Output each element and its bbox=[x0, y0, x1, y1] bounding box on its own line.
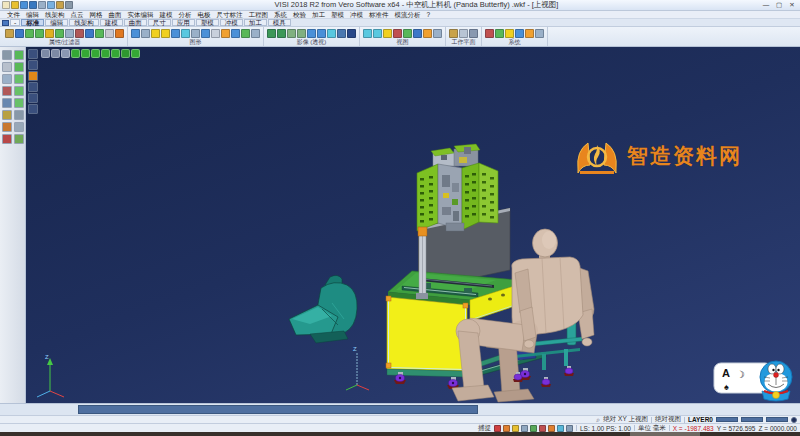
layer-visibility-icon[interactable] bbox=[41, 49, 50, 58]
palette-tool-icon[interactable] bbox=[2, 74, 12, 84]
toolbar-icon[interactable] bbox=[403, 29, 412, 38]
minimize-button[interactable]: — bbox=[760, 1, 772, 10]
quickaccess-icon[interactable] bbox=[20, 1, 28, 9]
palette-tool-icon[interactable] bbox=[14, 122, 24, 132]
quickaccess-icon[interactable] bbox=[47, 1, 55, 9]
toolbar-icon[interactable] bbox=[337, 29, 346, 38]
toolbar-icon[interactable] bbox=[383, 29, 392, 38]
toolbar-icon[interactable] bbox=[15, 29, 24, 38]
toolbar-icon[interactable] bbox=[85, 29, 94, 38]
toolbar-icon[interactable] bbox=[241, 29, 250, 38]
toolbar-overflow-button[interactable]: - bbox=[10, 19, 20, 26]
menu-item[interactable]: 分析 bbox=[176, 11, 195, 19]
toolbar-icon[interactable] bbox=[231, 29, 240, 38]
layer-visibility-icon[interactable] bbox=[121, 49, 130, 58]
ribbon-tab[interactable]: 标准 bbox=[21, 19, 44, 26]
toolbar-icon[interactable] bbox=[495, 29, 504, 38]
palette-tool-icon[interactable] bbox=[14, 134, 24, 144]
menu-item[interactable]: 校验 bbox=[290, 11, 309, 19]
menu-item[interactable]: 塑模 bbox=[328, 11, 347, 19]
layer-visibility-icon[interactable] bbox=[81, 49, 90, 58]
status-tool-icon[interactable] bbox=[566, 425, 573, 432]
toolbar-icon[interactable] bbox=[201, 29, 210, 38]
toolbar-icon[interactable] bbox=[45, 29, 54, 38]
palette-tool-icon[interactable] bbox=[14, 62, 24, 72]
toolbar-icon[interactable] bbox=[221, 29, 230, 38]
status-tool-icon[interactable] bbox=[557, 425, 564, 432]
toolbar-icon[interactable] bbox=[525, 29, 534, 38]
toolbar-icon[interactable] bbox=[25, 29, 34, 38]
menu-item[interactable]: 文件 bbox=[4, 11, 23, 19]
status-tool-icon[interactable] bbox=[539, 425, 546, 432]
status-tool-icon[interactable] bbox=[548, 425, 555, 432]
car-seat-model[interactable] bbox=[289, 275, 357, 343]
menu-item[interactable]: 网格 bbox=[87, 11, 106, 19]
toolbar-icon[interactable] bbox=[485, 29, 494, 38]
menu-item[interactable]: 尺寸标注 bbox=[214, 11, 246, 19]
command-prompt-bar[interactable] bbox=[78, 405, 478, 414]
toolbar-icon[interactable] bbox=[181, 29, 190, 38]
status-sphere-icon[interactable] bbox=[791, 417, 797, 423]
toolbar-icon[interactable] bbox=[363, 29, 372, 38]
toolbar-icon[interactable] bbox=[287, 29, 296, 38]
ribbon-tab[interactable]: 模具 bbox=[268, 19, 291, 26]
toolbar-icon[interactable] bbox=[131, 29, 140, 38]
palette-tool-icon[interactable] bbox=[2, 122, 12, 132]
toolbar-icon[interactable] bbox=[267, 29, 276, 38]
toolbar-icon[interactable] bbox=[95, 29, 104, 38]
toolbar-icon[interactable] bbox=[161, 29, 170, 38]
ribbon-tab[interactable]: 尺寸 bbox=[148, 19, 171, 26]
toolbar-icon[interactable] bbox=[373, 29, 382, 38]
quickaccess-icon[interactable] bbox=[2, 1, 10, 9]
menu-item[interactable]: 模流分析 bbox=[392, 11, 424, 19]
viewport-mode-icon[interactable] bbox=[28, 71, 38, 81]
toolbar-icon[interactable] bbox=[449, 29, 458, 38]
status-tool-icon[interactable] bbox=[494, 425, 501, 432]
toolbar-icon[interactable] bbox=[297, 29, 306, 38]
layer-visibility-icon[interactable] bbox=[71, 49, 80, 58]
toolbar-icon[interactable] bbox=[459, 29, 468, 38]
toolbar-icon[interactable] bbox=[65, 29, 74, 38]
quickaccess-icon[interactable] bbox=[38, 1, 46, 9]
menu-item[interactable]: 点云 bbox=[68, 11, 87, 19]
toolbar-icon[interactable] bbox=[75, 29, 84, 38]
ribbon-tab[interactable]: 加工 bbox=[244, 19, 267, 26]
layer-visibility-icon[interactable] bbox=[61, 49, 70, 58]
palette-tool-icon[interactable] bbox=[2, 134, 12, 144]
toolbar-icon[interactable] bbox=[535, 29, 544, 38]
viewport-mode-icon[interactable] bbox=[28, 93, 38, 103]
toolbar-icon[interactable] bbox=[413, 29, 422, 38]
toolbar-icon[interactable] bbox=[211, 29, 220, 38]
toolbar-icon[interactable] bbox=[191, 29, 200, 38]
toolbar-icon[interactable] bbox=[115, 29, 124, 38]
toolbar-icon[interactable] bbox=[141, 29, 150, 38]
layer-indicator[interactable]: LAYER0 bbox=[688, 416, 713, 423]
quickaccess-icon[interactable] bbox=[65, 1, 73, 9]
menu-item[interactable]: 标准件 bbox=[366, 11, 392, 19]
ribbon-tab[interactable]: 线架构 bbox=[69, 19, 99, 26]
toolbar-icon[interactable] bbox=[393, 29, 402, 38]
ribbon-tab[interactable]: 建模 bbox=[100, 19, 123, 26]
toolbar-icon[interactable] bbox=[151, 29, 160, 38]
quickaccess-icon[interactable] bbox=[56, 1, 64, 9]
viewport-mode-icon[interactable] bbox=[28, 104, 38, 114]
viewport-mode-icon[interactable] bbox=[28, 82, 38, 92]
palette-tool-icon[interactable] bbox=[14, 74, 24, 84]
toolbar-icon[interactable] bbox=[505, 29, 514, 38]
fixture-tower-model[interactable] bbox=[417, 144, 498, 231]
palette-tool-icon[interactable] bbox=[2, 98, 12, 108]
status-tool-icon[interactable] bbox=[503, 425, 510, 432]
toolbar-icon[interactable] bbox=[347, 29, 356, 38]
layer-visibility-icon[interactable] bbox=[131, 49, 140, 58]
scene-3d[interactable]: Z Z bbox=[26, 47, 800, 403]
zoom-search-icon[interactable]: ⌕ bbox=[596, 417, 600, 423]
palette-tool-icon[interactable] bbox=[14, 98, 24, 108]
palette-tool-icon[interactable] bbox=[14, 86, 24, 96]
palette-tool-icon[interactable] bbox=[2, 86, 12, 96]
menu-item[interactable]: 加工 bbox=[309, 11, 328, 19]
menu-item[interactable]: ? bbox=[424, 11, 434, 19]
ribbon-tab[interactable]: 应用 bbox=[172, 19, 195, 26]
toolbar-icon[interactable] bbox=[327, 29, 336, 38]
menu-item[interactable]: 系统 bbox=[271, 11, 290, 19]
ribbon-tab[interactable]: 曲面 bbox=[124, 19, 147, 26]
